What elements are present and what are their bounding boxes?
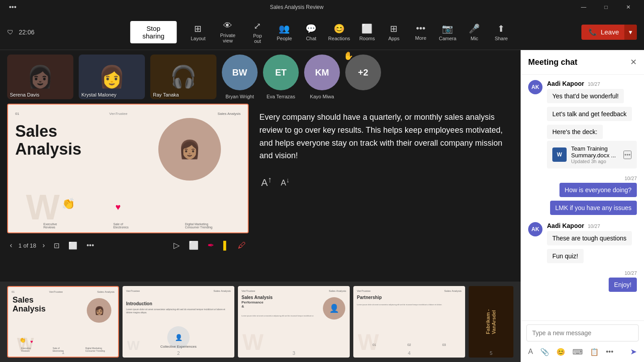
camera-button[interactable]: 📷 Camera (435, 21, 460, 44)
window-controls: — □ ✕ (573, 0, 639, 14)
reactions-button[interactable]: 😊 Reactions (326, 21, 353, 44)
chat-message-group-aadi-1: AK Aadi Kapoor 10/27 Yes that'd be wonde… (528, 80, 637, 170)
pop-out-button[interactable]: ⤢ Pop out (245, 18, 270, 46)
text-size-controls: A↑ A↓ (259, 173, 513, 190)
maximize-button[interactable]: □ (596, 0, 616, 14)
pointer-tool-button[interactable]: ▷ (171, 239, 182, 252)
presentation-area: 01 VenTrustee Sales Analysis SalesAnalys… (0, 104, 521, 282)
apps-button[interactable]: ⊞ Apps (381, 21, 407, 44)
chat-attach-button[interactable]: 📎 (538, 346, 551, 358)
slide-expand-button[interactable]: ⊡ (51, 240, 62, 252)
slide-watermark: W (26, 187, 60, 228)
chat-more-options-button[interactable]: ••• (604, 346, 615, 358)
thumbnail-3[interactable]: VenTrusteeSales Analysis Sales Analysis … (238, 286, 350, 358)
hand-raised-icon: ✋ (343, 51, 353, 61)
people-button[interactable]: 👥 People (272, 21, 297, 44)
thumbnail-1[interactable]: 01VenTrusteeSales Analysis SalesAnalysis… (7, 286, 119, 358)
thumbnail-4[interactable]: VenTrusteeSales Analysis Partnership Lor… (353, 286, 465, 358)
chat-bubble-3: Here's the deck: (547, 125, 603, 139)
rooms-label: Rooms (359, 36, 375, 41)
notes-text: Every company should have a quarterly, o… (259, 111, 513, 162)
slide-viewer: 01 VenTrustee Sales Analysis SalesAnalys… (7, 104, 249, 233)
title-bar-dots-button[interactable]: ••• (5, 1, 20, 13)
chat-close-button[interactable]: ✕ (630, 57, 637, 67)
participant-avatar-eva: ET (263, 55, 299, 90)
chat-sticker-button[interactable]: 📋 (588, 346, 601, 358)
chat-send-button[interactable]: ➤ (628, 345, 639, 358)
slide-heart: ♥ (115, 202, 121, 212)
participant-name-plus (362, 94, 364, 99)
file-more-button[interactable]: ••• (623, 151, 631, 159)
main-content: 👩🏿 Serena Davis 👩 Krystal Maloney 🎧 Ray … (0, 50, 644, 362)
thumb-3-title: Sales Analysis (242, 295, 273, 300)
private-view-icon: 👁 (223, 21, 232, 31)
chat-input[interactable] (526, 324, 639, 341)
leave-chevron-icon[interactable]: ▾ (624, 25, 637, 40)
stop-sharing-button[interactable]: Stop sharing (130, 21, 177, 43)
chat-bubble-2: Let's talk and get feedback (547, 107, 632, 121)
slide-prev-button[interactable]: ‹ (7, 240, 15, 251)
chat-panel: Meeting chat ✕ AK Aadi Kapoor 10/27 Yes … (521, 50, 644, 362)
participant-name-krystal: Krystal Maloney (81, 92, 116, 97)
chat-label: Chat (306, 36, 316, 41)
chat-self-time-2: 10/27 (624, 270, 637, 276)
marker-tool-button[interactable]: 🖊 (235, 239, 249, 252)
participant-plus-badge: ✋ +2 (345, 55, 381, 90)
close-button[interactable]: ✕ (618, 0, 639, 14)
private-view-button[interactable]: 👁 Private view (212, 18, 243, 46)
text-decrease-button[interactable]: A↓ (279, 174, 292, 189)
slide-header-brand: VenTrustee (109, 112, 127, 116)
pen-tool-button[interactable]: ✒ (205, 239, 217, 252)
mic-button[interactable]: 🎤 Mic (462, 21, 487, 44)
participant-name-eva: Eva Terrazas (267, 94, 295, 99)
camera-icon: 📷 (442, 23, 453, 34)
thumbnail-2[interactable]: VenTrusteeSales Analysis Introduction Lo… (123, 286, 234, 358)
chat-bubble-row-sent-2: LMK if you have any issues (550, 201, 637, 217)
slide-next-button[interactable]: › (40, 240, 47, 251)
chat-bubble-row-sent-1: How is everyone doing? (559, 183, 637, 199)
participant-name-serena: Serena Davis (10, 92, 39, 97)
slide-header: 01 VenTrustee Sales Analysis (15, 112, 241, 116)
drawing-tools: ▷ ⬜ ✒ ▌ 🖊 (171, 239, 249, 252)
slide-emoji-clap: 👏 (62, 198, 75, 210)
slide-footer-1: ExecutiveReviews (43, 223, 57, 229)
reactions-icon: 😊 (334, 23, 345, 34)
thumb-3-photo: 👤 (323, 297, 345, 320)
meeting-timer: 22:06 (19, 29, 34, 36)
eraser-tool-button[interactable]: ⬜ (186, 239, 201, 252)
chat-button[interactable]: 💬 Chat (299, 21, 324, 44)
rooms-icon: ⬜ (361, 23, 373, 34)
leave-button[interactable]: 📞 Leave ▾ (581, 25, 637, 40)
chat-title: Meeting chat (528, 58, 577, 67)
thumb-1-number: 1 (62, 349, 64, 355)
chat-bubble-quiz: Fun quiz! (547, 249, 584, 263)
thumb-4-title: Partnership (357, 295, 382, 300)
file-info: Team Training Summary.docx ... Updated 3… (571, 145, 619, 164)
highlighter-tool-button[interactable]: ▌ (220, 239, 232, 252)
chat-emoji-button[interactable]: 😊 (555, 346, 567, 358)
slide-footer: ExecutiveReviews Sale ofElectronics Digi… (15, 223, 241, 229)
notes-area: Every company should have a quarterly, o… (259, 104, 513, 278)
slide-header-left: 01 (15, 112, 19, 116)
share-button[interactable]: ⬆ Share (489, 21, 514, 44)
pop-out-label: Pop out (250, 33, 265, 44)
chat-message-content-aadi-1: Aadi Kapoor 10/27 Yes that'd be wonderfu… (547, 80, 637, 170)
thumb-5-number: 5 (490, 350, 492, 356)
window-title: Sales Analysis Review (20, 4, 573, 10)
participant-name-ray: Ray Tanaka (153, 92, 179, 97)
participant-avatar-kayo: KM (304, 55, 340, 90)
chat-gif-button[interactable]: ⌨ (571, 346, 585, 358)
more-button[interactable]: ••• More (408, 21, 433, 43)
chat-message-header-aadi-1: Aadi Kapoor 10/27 (547, 80, 637, 87)
minimize-button[interactable]: — (573, 0, 594, 14)
chat-bubble-sent-2: LMK if you have any issues (550, 201, 637, 215)
file-attachment[interactable]: W Team Training Summary.docx ... Updated… (547, 141, 637, 168)
thumbnail-5[interactable]: Fabrikam -VanArsdel 5 (469, 286, 513, 358)
slide-more-button[interactable]: ••• (84, 240, 97, 251)
chat-format-button[interactable]: A (526, 346, 535, 358)
apps-label: Apps (388, 36, 399, 41)
layout-button[interactable]: ⊞ Layout (186, 21, 211, 44)
text-increase-button[interactable]: A↑ (259, 173, 274, 190)
rooms-button[interactable]: ⬜ Rooms (355, 21, 380, 44)
slide-view-button[interactable]: ⬜ (66, 240, 80, 252)
